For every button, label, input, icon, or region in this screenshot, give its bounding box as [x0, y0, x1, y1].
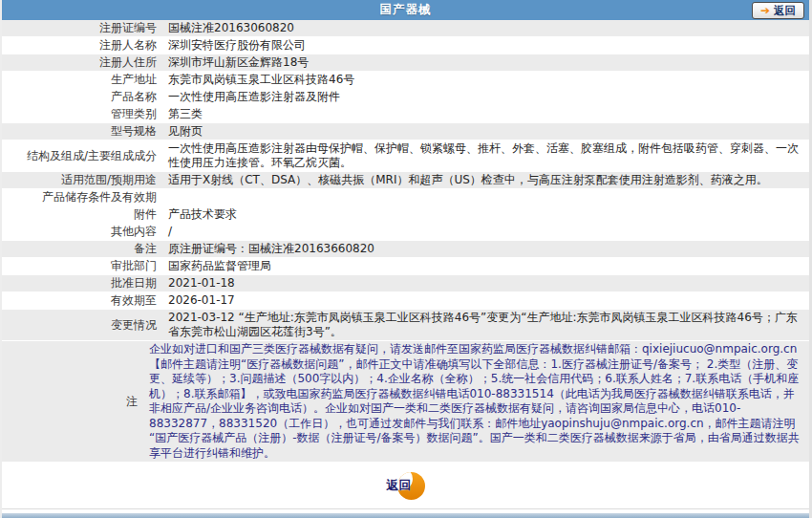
table-row: 结构及组成/主要组成成分 一次性使用高压造影注射器由母保护帽、保护帽、锁紧螺母、… — [2, 140, 809, 172]
row-label: 附件 — [2, 206, 162, 223]
table-row: 产品名称 一次性使用高压造影注射器及附件 — [2, 89, 809, 106]
row-label: 其他内容 — [2, 224, 162, 240]
back-button-bottom[interactable]: 返回 — [387, 470, 425, 501]
row-value: / — [162, 224, 809, 240]
back-button-top[interactable]: ➔ 返回 — [752, 2, 804, 19]
table-row: 注册人名称 深圳安特医疗股份有限公司 — [2, 37, 809, 54]
table-row: 管理类别 第三类 — [2, 106, 809, 123]
row-label: 生产地址 — [2, 72, 162, 88]
table-row: 变更情况 2021-03-12 “生产地址:东莞市凤岗镇玉泉工业区科技路46号”… — [2, 310, 809, 341]
row-value — [162, 189, 809, 205]
arrow-right-icon: ➔ — [760, 5, 770, 16]
row-value: 见附页 — [162, 123, 809, 140]
row-value: 深圳市坪山新区金辉路18号 — [162, 54, 809, 71]
row-value: 一次性使用高压造影注射器及附件 — [162, 89, 809, 105]
table-row: 有效期至 2026-01-17 — [2, 292, 809, 310]
row-value: 适用于X射线（CT、DSA）、核磁共振（MRI）和超声（US）检查中，与高压注射… — [162, 172, 809, 188]
table-row: 生产地址 东莞市凤岗镇玉泉工业区科技路46号 — [2, 72, 809, 89]
bottom-edge — [2, 513, 809, 518]
row-label: 有效期至 — [2, 292, 162, 309]
row-label: 结构及组成/主要组成成分 — [2, 140, 162, 171]
row-value: 2026-01-17 — [162, 292, 809, 309]
back-button-label: 返回 — [774, 4, 796, 18]
row-label: 变更情况 — [2, 310, 162, 340]
row-value: 第三类 — [162, 106, 809, 122]
table-row: 适用范围/预期用途 适用于X射线（CT、DSA）、核磁共振（MRI）和超声（US… — [2, 172, 809, 189]
row-value: 国家药品监督管理局 — [162, 258, 809, 274]
page-title: 国产器械 — [380, 2, 432, 18]
table-row: 附件 产品技术要求 — [2, 206, 809, 224]
row-label: 管理类别 — [2, 106, 162, 122]
row-label: 适用范围/预期用途 — [2, 172, 162, 188]
row-label: 备注 — [2, 241, 162, 257]
row-label: 注册人住所 — [2, 54, 162, 71]
table-row: 批准日期 2021-01-18 — [2, 275, 809, 292]
table-row: 产品储存条件及有效期 — [2, 189, 809, 206]
device-registration-page: 国产器械 ➔ 返回 注册证编号 国械注准20163060820 注册人名称 深圳… — [0, 0, 812, 518]
row-value: 东莞市凤岗镇玉泉工业区科技路46号 — [162, 72, 809, 88]
table-row-note: 注 企业如对进口和国产三类医疗器械数据有疑问，请发送邮件至国家药监局医疗器械数据… — [2, 341, 809, 463]
page-header: 国产器械 ➔ 返回 — [2, 0, 809, 20]
table-row: 备注 原注册证编号：国械注准20163660820 — [2, 241, 809, 258]
page-footer: 返回 — [2, 463, 809, 508]
row-label: 产品储存条件及有效期 — [2, 189, 162, 205]
row-label: 注册证编号 — [2, 20, 162, 36]
registration-table: 注册证编号 国械注准20163060820 注册人名称 深圳安特医疗股份有限公司… — [2, 20, 809, 463]
row-value: 企业如对进口和国产三类医疗器械数据有疑问，请发送邮件至国家药监局医疗器械数据纠错… — [143, 341, 809, 462]
row-label: 产品名称 — [2, 89, 162, 105]
row-label: 注册人名称 — [2, 37, 162, 54]
row-label: 注 — [2, 341, 143, 462]
row-label: 批准日期 — [2, 275, 162, 291]
row-value: 一次性使用高压造影注射器由母保护帽、保护帽、锁紧螺母、推杆、外套、活塞、胶塞组成… — [162, 140, 809, 171]
table-row: 注册人住所 深圳市坪山新区金辉路18号 — [2, 54, 809, 72]
row-label: 审批部门 — [2, 258, 162, 274]
row-value: 2021-03-12 “生产地址:东莞市凤岗镇玉泉工业区科技路46号”变更为“生… — [162, 310, 809, 340]
table-row: 注册证编号 国械注准20163060820 — [2, 20, 809, 37]
table-row: 其他内容 / — [2, 224, 809, 241]
table-row: 型号规格 见附页 — [2, 123, 809, 140]
row-label: 型号规格 — [2, 123, 162, 140]
row-value: 国械注准20163060820 — [162, 20, 809, 36]
row-value: 原注册证编号：国械注准20163660820 — [162, 241, 809, 257]
back-button-label: 返回 — [387, 477, 412, 494]
row-value: 2021-01-18 — [162, 275, 809, 291]
table-row: 审批部门 国家药品监督管理局 — [2, 258, 809, 275]
row-value: 深圳安特医疗股份有限公司 — [162, 37, 809, 54]
row-value: 产品技术要求 — [162, 206, 809, 223]
